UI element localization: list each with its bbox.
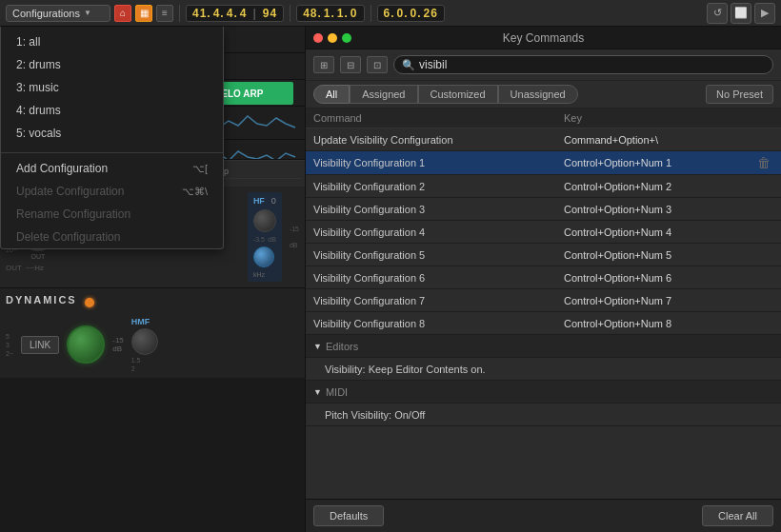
time-display: 48. 1. 1. 0	[296, 5, 364, 22]
delete-configuration[interactable]: Delete Configuration	[1, 226, 223, 248]
table-row[interactable]: Visibility Configuration 8 Control+Optio…	[306, 312, 781, 335]
close-btn[interactable]	[313, 33, 323, 43]
config-label: Configurations	[12, 8, 80, 19]
kc-icon-1[interactable]: ⊞	[313, 56, 334, 73]
home-icon[interactable]: ⌂	[114, 5, 131, 22]
filter-customized[interactable]: Customized	[418, 85, 498, 104]
kc-icon-2[interactable]: ⊟	[340, 56, 361, 73]
triangle-icon: ▼	[313, 387, 322, 397]
filter-assigned[interactable]: Assigned	[350, 85, 417, 104]
top-bar: Configurations ▼ ⌂ ▦ ≡ 41. 4. 4. 4 | 94 …	[0, 0, 781, 27]
search-input[interactable]	[419, 58, 765, 71]
hmf-label: HMF	[131, 317, 158, 326]
col-del-header	[754, 112, 773, 124]
maximize-btn[interactable]	[342, 33, 351, 43]
hf-knob[interactable]	[253, 209, 276, 232]
config-item-2[interactable]: 2: drums	[1, 53, 223, 76]
configurations-menu: 1: all 2: drums 3: music 4: drums 5: voc…	[0, 27, 224, 249]
hf-value: 0	[271, 196, 276, 206]
config-items: 1: all 2: drums 3: music 4: drums 5: voc…	[1, 27, 223, 148]
db-scale: -15 dB	[290, 226, 299, 248]
table-row[interactable]: Visibility: Keep Editor Contents on.	[306, 358, 781, 381]
section-header-midi: ▼ MIDI	[306, 381, 781, 404]
search-box: 🔍	[393, 55, 773, 74]
rename-configuration[interactable]: Rename Configuration	[1, 203, 223, 226]
table-header: Command Key	[306, 108, 781, 128]
key-commands-table[interactable]: Update Visibility Configuration Command+…	[306, 128, 781, 499]
table-row[interactable]: Visibility Configuration 7 Control+Optio…	[306, 289, 781, 312]
table-row[interactable]: Visibility Configuration 5 Control+Optio…	[306, 244, 781, 266]
list-icon[interactable]: ≡	[156, 5, 173, 22]
defaults-button[interactable]: Defaults	[313, 505, 384, 526]
key-commands-titlebar: Key Commands	[306, 27, 781, 49]
table-row[interactable]: Visibility Configuration 3 Control+Optio…	[306, 198, 781, 221]
dyn-scale: 5 3 2~	[6, 333, 13, 357]
link-button[interactable]: LINK	[21, 336, 59, 354]
dropdown-arrow: ▼	[84, 9, 91, 17]
minimize-btn[interactable]	[328, 33, 337, 43]
filter-all[interactable]: All	[313, 85, 350, 104]
preset-button[interactable]: No Preset	[706, 85, 773, 104]
key-commands-title: Key Commands	[503, 31, 584, 45]
hf-section: HF 0 -3.5 dB kHz	[248, 192, 282, 282]
dynamics-title: DYNAMICS	[6, 294, 77, 305]
section-header-editors: ▼ Editors	[306, 335, 781, 358]
table-row[interactable]: Visibility Configuration 4 Control+Optio…	[306, 221, 781, 244]
dynamics-section: DYNAMICS 5 3 2~ LINK -15dB HMF 1.5	[0, 288, 305, 378]
key-commands-toolbar: ⊞ ⊟ ⊡ 🔍	[306, 49, 781, 81]
config-item-5[interactable]: 5: vocals	[1, 122, 223, 145]
dynamics-knob[interactable]	[67, 325, 105, 364]
config-item-4[interactable]: 4: drums	[1, 99, 223, 122]
separator	[179, 5, 180, 22]
triangle-icon: ▼	[313, 342, 322, 351]
hmf-knob[interactable]	[131, 328, 158, 355]
play-btn[interactable]: ▶	[754, 3, 775, 24]
filter-tabs: All Assigned Customized Unassigned No Pr…	[306, 81, 781, 108]
search-icon: 🔍	[402, 59, 415, 71]
table-row[interactable]: Update Visibility Configuration Command+…	[306, 128, 781, 151]
menu-divider	[1, 152, 223, 153]
col-command-header: Command	[313, 112, 564, 124]
update-configuration[interactable]: Update Configuration ⌥⌘\	[1, 180, 223, 203]
separator2	[290, 5, 290, 22]
clear-all-button[interactable]: Clear All	[702, 505, 773, 526]
col-key-header: Key	[564, 112, 754, 124]
dyn-db-label: -15dB	[112, 336, 124, 353]
table-row[interactable]: Visibility Configuration 1 Control+Optio…	[306, 151, 781, 175]
hf-label: HF	[253, 196, 265, 206]
dynamics-indicator	[85, 298, 94, 307]
table-row[interactable]: Pitch Visibility: On/Off	[306, 404, 781, 426]
table-row[interactable]: Visibility Configuration 6 Control+Optio…	[306, 266, 781, 289]
filter-unassigned[interactable]: Unassigned	[498, 85, 578, 104]
edit-icon[interactable]: ▦	[135, 5, 152, 22]
length-display: 6. 0. 0. 26	[377, 5, 445, 22]
separator3	[370, 5, 371, 22]
transport-controls: ↺ ⬜ ▶	[707, 3, 775, 24]
hf-freq-knob[interactable]	[253, 246, 274, 267]
position-display: 41. 4. 4. 4 | 94	[186, 5, 284, 22]
config-item-3[interactable]: 3: music	[1, 76, 223, 99]
loop-btn[interactable]: ↺	[707, 3, 728, 24]
key-commands-panel: Key Commands ⊞ ⊟ ⊡ 🔍 All Assigned Custom…	[305, 27, 781, 532]
stop-btn[interactable]: ⬜	[731, 3, 751, 24]
table-row[interactable]: Visibility Configuration 2 Control+Optio…	[306, 175, 781, 198]
key-commands-bottom: Defaults Clear All	[306, 499, 781, 532]
config-item-1[interactable]: 1: all	[1, 30, 223, 53]
window-controls	[313, 33, 351, 43]
configurations-dropdown[interactable]: Configurations ▼	[6, 5, 110, 22]
add-configuration[interactable]: Add Configuration ⌥[	[1, 157, 223, 180]
kc-icon-3[interactable]: ⊡	[367, 56, 388, 73]
